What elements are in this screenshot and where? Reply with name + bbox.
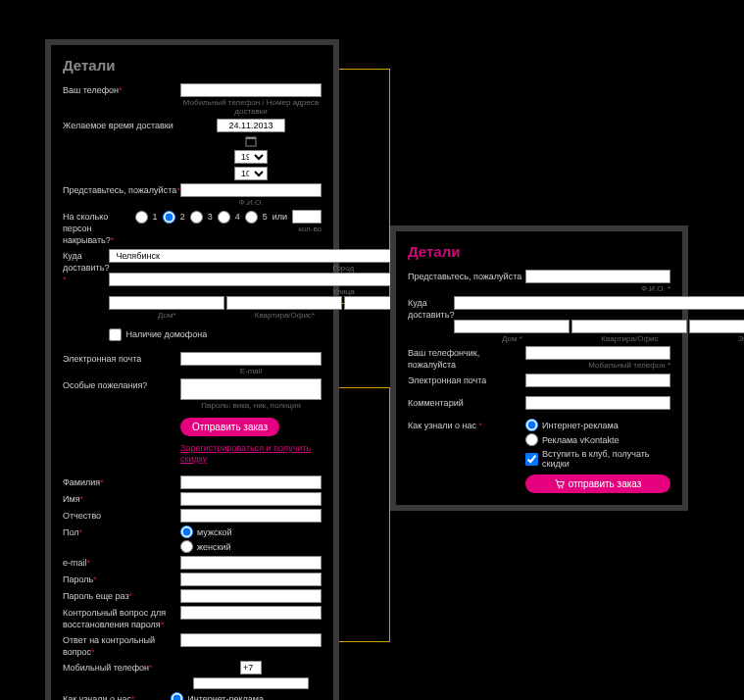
- right-title: Детали: [408, 243, 670, 260]
- persons-custom[interactable]: [292, 210, 322, 224]
- persons-1[interactable]: [135, 211, 148, 224]
- wishes-input[interactable]: [180, 378, 322, 400]
- seca-input[interactable]: [180, 633, 322, 647]
- r-floor-input[interactable]: [689, 320, 744, 333]
- persons-5[interactable]: [245, 211, 258, 224]
- house-input[interactable]: [109, 296, 224, 310]
- doorphone-checkbox[interactable]: [109, 328, 122, 341]
- persons-2[interactable]: [163, 211, 175, 224]
- how-internet[interactable]: [171, 692, 183, 700]
- r-email-input[interactable]: [525, 374, 670, 387]
- svg-rect-1: [246, 137, 256, 139]
- submit-order-button[interactable]: Отправить заказ: [180, 418, 279, 436]
- patronymic-input[interactable]: [180, 509, 322, 523]
- phone-hint: Мобильный телефон / Номер адреса доставк…: [180, 97, 322, 116]
- register-link[interactable]: Зарегистрироваться и получить скидку: [180, 443, 311, 464]
- hour-select[interactable]: 19: [234, 150, 268, 164]
- mobile-input[interactable]: [193, 677, 309, 689]
- r-house-input[interactable]: [454, 320, 570, 333]
- r-fullname-input[interactable]: [525, 270, 670, 283]
- r-how-vk[interactable]: [525, 433, 538, 446]
- phone-input[interactable]: [180, 83, 322, 97]
- apt-input[interactable]: [226, 296, 342, 310]
- persons-3[interactable]: [190, 211, 203, 224]
- r-phone-input[interactable]: [525, 346, 670, 360]
- fullname-input[interactable]: [180, 183, 322, 197]
- date-input[interactable]: [217, 119, 285, 132]
- surname-input[interactable]: [180, 475, 322, 489]
- gender-m[interactable]: [180, 525, 193, 538]
- email-input[interactable]: [180, 352, 322, 366]
- secq-input[interactable]: [180, 606, 322, 620]
- r-comment-input[interactable]: [525, 396, 670, 410]
- persons-4[interactable]: [218, 211, 230, 224]
- r-join-checkbox[interactable]: [525, 453, 538, 466]
- left-title: Детали: [63, 57, 322, 74]
- calendar-icon[interactable]: [245, 135, 257, 147]
- mobile-prefix[interactable]: [240, 661, 262, 675]
- r-street-input[interactable]: [454, 296, 744, 310]
- password-input[interactable]: [180, 573, 322, 586]
- r-apt-input[interactable]: [571, 320, 687, 333]
- name-input[interactable]: [180, 492, 322, 506]
- right-form-panel: Детали Представьтесь, пожалуйста Ф.И.О. …: [390, 225, 688, 511]
- reg-email-input[interactable]: [180, 556, 322, 570]
- gender-f[interactable]: [180, 540, 193, 553]
- left-form-panel: Детали Ваш телефон* Мобильный телефон / …: [45, 39, 339, 700]
- minute-select[interactable]: 10: [234, 167, 268, 180]
- cart-icon: [555, 479, 565, 489]
- r-how-internet[interactable]: [525, 419, 538, 431]
- password2-input[interactable]: [180, 589, 322, 603]
- r-submit-button[interactable]: отправить заказ: [525, 475, 670, 493]
